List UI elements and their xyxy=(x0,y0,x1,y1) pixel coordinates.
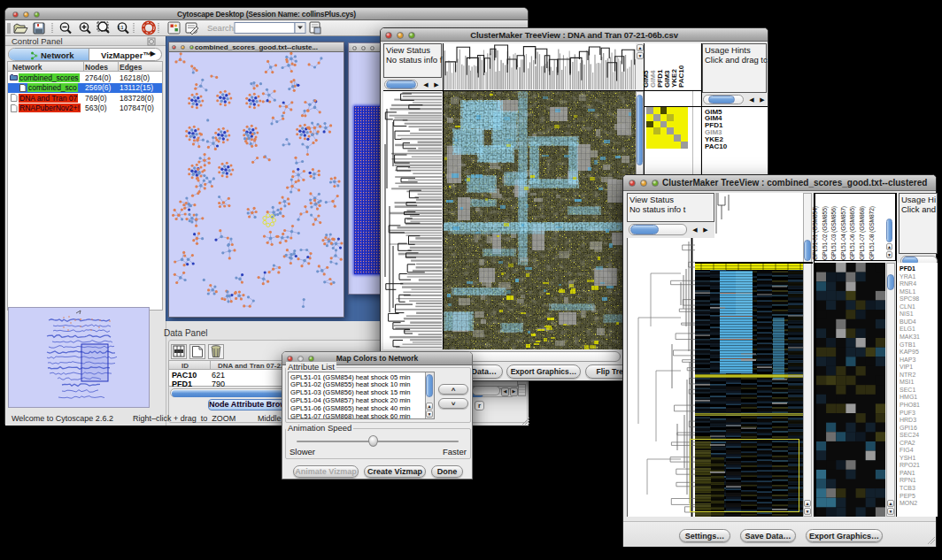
svg-text:Search:: Search: xyxy=(207,23,236,33)
svg-text:1:1: 1:1 xyxy=(118,26,124,30)
